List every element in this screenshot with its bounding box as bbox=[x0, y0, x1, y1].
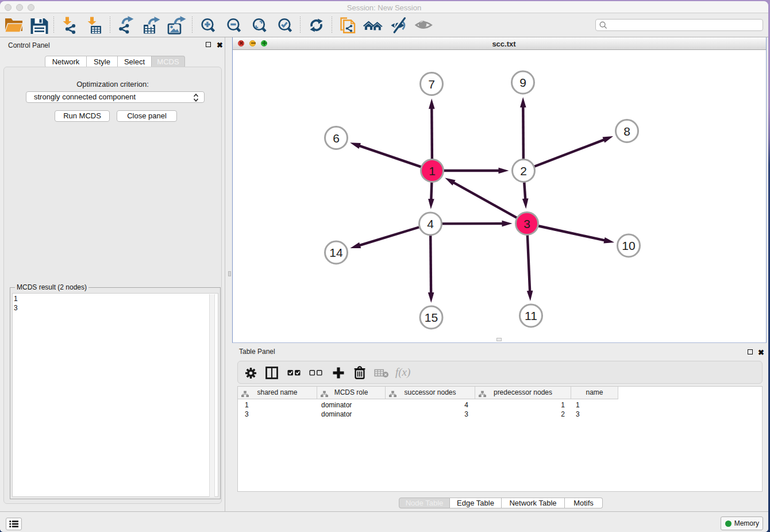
svg-text:10: 10 bbox=[622, 239, 635, 252]
svg-text:2: 2 bbox=[520, 164, 527, 178]
svg-text:3: 3 bbox=[523, 217, 530, 230]
svg-text:4: 4 bbox=[427, 217, 434, 230]
svg-text:15: 15 bbox=[425, 311, 438, 324]
svg-text:7: 7 bbox=[428, 78, 435, 91]
svg-text:14: 14 bbox=[329, 246, 343, 259]
svg-text:6: 6 bbox=[333, 132, 340, 145]
svg-text:9: 9 bbox=[519, 76, 526, 89]
svg-text:8: 8 bbox=[623, 125, 630, 138]
svg-text:11: 11 bbox=[525, 309, 537, 322]
svg-text:1: 1 bbox=[429, 164, 436, 178]
